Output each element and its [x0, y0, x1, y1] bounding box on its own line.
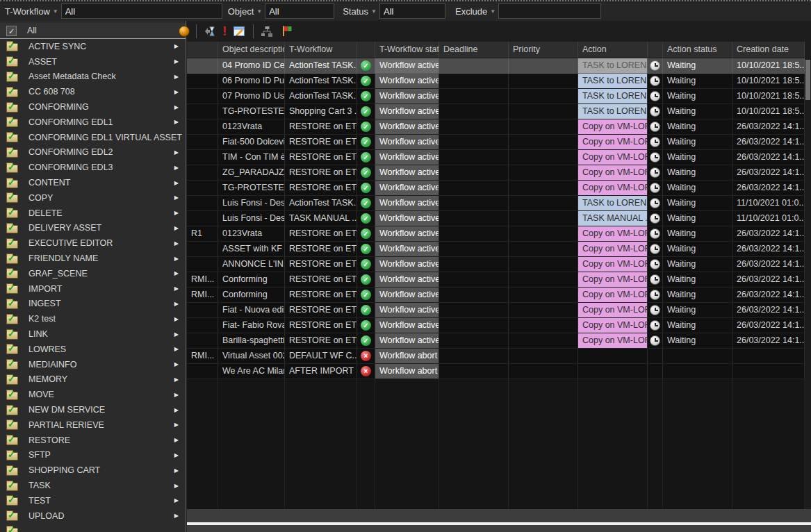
expand-arrow-icon[interactable]: ▶ [174, 104, 179, 110]
edit-window-icon[interactable] [233, 25, 247, 38]
sidebar-item-k2-test[interactable]: K2 test ▶ [0, 311, 186, 326]
sidebar-item-ingest[interactable]: INGEST ▶ [0, 297, 186, 312]
table-row[interactable]: 04 Promo ID Cen... ActionTest TASK... ✓ … [187, 58, 805, 74]
sidebar-item-mediainfo[interactable]: MEDIAINFO ▶ [0, 357, 186, 372]
expand-arrow-icon[interactable]: ▶ [174, 301, 179, 307]
table-row[interactable]: ASSET with KF a... RESTORE on ETX ✓ Work… [187, 242, 805, 257]
table-row[interactable]: Fiat-500 Dolcevit... RESTORE on ETX ✓ Wo… [187, 135, 805, 150]
column-header[interactable] [357, 42, 375, 58]
action-cell[interactable]: TASK to LOREN... [578, 74, 648, 89]
exclude-filter-dropdown[interactable]: Exclude ▼ [455, 6, 495, 17]
sidebar-item-conforming-edl1[interactable]: CONFORMING EDL1 ▶ [0, 115, 186, 130]
expand-arrow-icon[interactable]: ▶ [174, 74, 179, 80]
expand-arrow-icon[interactable]: ▶ [174, 346, 179, 352]
cancel-ball-icon[interactable] [179, 26, 190, 37]
sidebar-item-test[interactable]: TEST ▶ [0, 493, 186, 508]
expand-arrow-icon[interactable]: ▶ [174, 437, 179, 443]
sidebar-item-conforming[interactable]: CONFORMING ▶ [0, 99, 186, 115]
sidebar-item-lowres[interactable]: LOWRES ▶ [0, 342, 186, 357]
action-cell[interactable]: Copy on VM-LOR... [578, 272, 648, 288]
flag-icon[interactable] [280, 24, 294, 38]
tworkflow-filter-dropdown[interactable]: T-Workflow ▼ [5, 6, 58, 17]
sidebar-item-executive-editor[interactable]: EXECUTIVE EDITOR ▶ [0, 235, 186, 251]
sidebar-item-partial-rerieve[interactable]: PARTIAL RERIEVE ▶ [0, 417, 186, 433]
sidebar-item-asset[interactable]: ASSET ▶ [0, 54, 186, 69]
column-header[interactable]: T-Workflow status [375, 42, 439, 58]
expand-arrow-icon[interactable]: ▶ [174, 376, 179, 383]
table-row[interactable]: Fiat- Fabio Rovaz... RESTORE on ETX ✓ Wo… [187, 318, 805, 333]
expand-arrow-icon[interactable]: ▶ [174, 361, 179, 367]
priority-exclamation-icon[interactable]: ! [222, 24, 227, 38]
expand-arrow-icon[interactable]: ▶ [174, 497, 179, 504]
table-row[interactable]: 07 Promo ID Usij... ActionTest TASK... ✓… [187, 89, 805, 104]
expand-arrow-icon[interactable]: ▶ [174, 513, 179, 519]
exclude-filter-input[interactable] [498, 3, 601, 19]
sidebar-item-cc-608-708[interactable]: CC 608 708 ▶ [0, 84, 186, 99]
column-header[interactable] [648, 42, 663, 58]
sidebar-item-sftp[interactable]: SFTP ▶ [0, 448, 186, 463]
expand-arrow-icon[interactable]: ▶ [174, 240, 179, 247]
sidebar-item-active-sync[interactable]: ACTIVE SYNC ▶ [0, 39, 186, 54]
sidebar-item-delete[interactable]: DELETE ▶ [0, 206, 186, 221]
column-header[interactable]: Object description [218, 42, 285, 58]
column-header[interactable]: Deadline [439, 42, 509, 58]
action-cell[interactable]: TASK to LOREN... [578, 58, 648, 74]
action-cell[interactable]: Copy on VM-LOR... [578, 333, 648, 349]
table-row[interactable]: Fiat - Nuova edizi... RESTORE on ETX ✓ W… [187, 303, 805, 318]
expand-arrow-icon[interactable]: ▶ [174, 210, 179, 216]
column-header[interactable] [187, 42, 218, 58]
vertical-scrollbar[interactable] [805, 58, 811, 509]
action-cell[interactable] [578, 364, 648, 379]
action-cell[interactable]: Copy on VM-LOR... [578, 150, 648, 165]
all-checkbox[interactable]: ✓ [6, 26, 17, 36]
table-row[interactable]: Luis Fonsi - Desp... TASK MANUAL ... ✓ W… [187, 211, 805, 226]
expand-arrow-icon[interactable]: ▶ [174, 483, 179, 489]
expand-arrow-icon[interactable]: ▶ [174, 194, 179, 201]
sidebar-item-content[interactable]: CONTENT ▶ [0, 175, 186, 190]
column-header[interactable]: T-Workflow [285, 42, 357, 58]
expand-arrow-icon[interactable]: ▶ [174, 392, 179, 398]
expand-arrow-icon[interactable]: ▶ [174, 256, 179, 262]
sidebar-item-upload[interactable]: UPLOAD ▶ [0, 508, 186, 524]
action-cell[interactable]: TASK to LOREN... [578, 196, 648, 211]
table-row[interactable]: TG-PROTESTE ... RESTORE on ETX ✓ Workflo… [187, 181, 805, 196]
expand-arrow-icon[interactable]: ▶ [174, 149, 179, 156]
expand-arrow-icon[interactable]: ▶ [174, 225, 179, 231]
column-header[interactable]: Action status [663, 42, 732, 58]
sidebar-item-restore[interactable]: RESTORE ▶ [0, 433, 186, 448]
expand-arrow-icon[interactable]: ▶ [174, 422, 179, 428]
column-header[interactable]: Priority [509, 42, 578, 58]
action-cell[interactable]: Copy on VM-LOR... [578, 242, 648, 257]
action-cell[interactable]: Copy on VM-LOR... [578, 303, 648, 318]
sidebar-item-graf-scene[interactable]: GRAF_SCENE ▶ [0, 266, 186, 281]
sidebar-item-task[interactable]: TASK ▶ [0, 478, 186, 493]
expand-arrow-icon[interactable]: ▶ [174, 58, 179, 65]
sidebar-item-all[interactable]: ✓ All [0, 23, 186, 39]
sidebar-item-copy[interactable]: COPY ▶ [0, 190, 186, 206]
sidebar-item-shopping-cart[interactable]: SHOPPING CART ▶ [0, 463, 186, 478]
table-row[interactable]: 0123Vrata RESTORE on ETX ✓ Workflow acti… [187, 119, 805, 135]
table-row[interactable]: 06 Promo ID Puls... ActionTest TASK... ✓… [187, 74, 805, 89]
expand-arrow-icon[interactable]: ▶ [174, 452, 179, 458]
sidebar-item-move[interactable]: MOVE ▶ [0, 387, 186, 402]
sidebar-item-link[interactable]: LINK ▶ [0, 326, 186, 342]
action-cell[interactable]: Copy on VM-LOR... [578, 165, 648, 181]
workflow-tree-icon[interactable] [260, 25, 274, 38]
vertical-scrollbar-thumb[interactable] [805, 60, 810, 100]
sidebar-item-new-dm-service[interactable]: NEW DM SERVICE ▶ [0, 402, 186, 417]
expand-arrow-icon[interactable]: ▶ [174, 407, 179, 413]
table-row[interactable]: Luis Fonsi - Desp... ActionTest TASK... … [187, 196, 805, 211]
action-cell[interactable]: Copy on VM-LOR... [578, 226, 648, 242]
action-cell[interactable]: TASK to LOREN... [578, 89, 648, 104]
sidebar-item-friendly-name[interactable]: FRIENDLY NAME ▶ [0, 251, 186, 266]
expand-arrow-icon[interactable]: ▶ [174, 331, 179, 338]
table-row[interactable]: We Are AC Milan... AFTER IMPORT × Workfl… [187, 364, 805, 379]
action-cell[interactable]: Copy on VM-LOR... [578, 135, 648, 150]
table-row[interactable]: RMI... Conforming RESTORE on ETX ✓ Workf… [187, 288, 805, 303]
action-cell[interactable]: Copy on VM-LOR... [578, 318, 648, 333]
table-row[interactable]: TIM - Con TIM è ... RESTORE on ETX ✓ Wor… [187, 150, 805, 165]
action-cell[interactable]: Copy on VM-LOR... [578, 181, 648, 196]
table-row[interactable]: RMI... Conforming RESTORE on ETX ✓ Workf… [187, 272, 805, 288]
table-row[interactable]: Barilla-spaghetti_... RESTORE on ETX ✓ W… [187, 333, 805, 349]
table-row[interactable]: RMI... Virtual Asset 002 ... DEFAULT WF … [187, 349, 805, 364]
